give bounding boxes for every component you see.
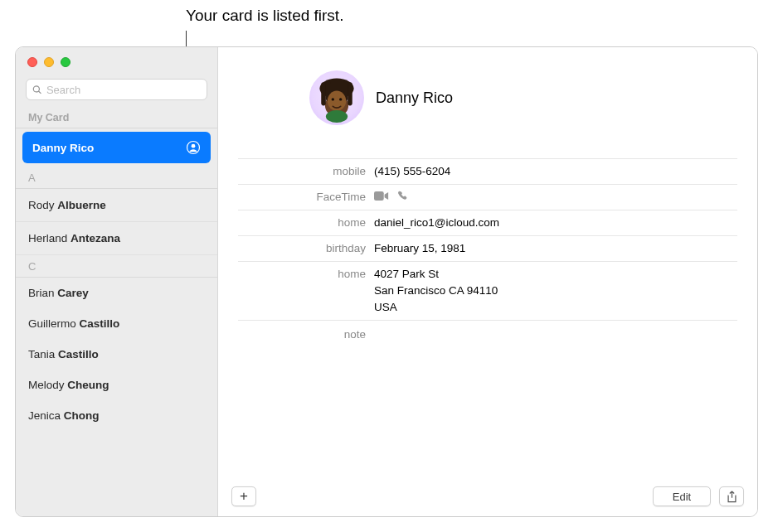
add-button[interactable]: + xyxy=(231,486,256,506)
close-button[interactable] xyxy=(27,57,37,67)
field-label: FaceTime xyxy=(238,189,374,206)
card-fields: mobile (415) 555-6204 FaceTime home dani… xyxy=(218,158,757,347)
me-card-icon xyxy=(186,140,201,155)
search-icon xyxy=(32,85,42,95)
field-value-address[interactable]: 4027 Park St San Francisco CA 94110 USA xyxy=(374,266,498,316)
contact-name: Melody Cheung xyxy=(28,379,109,391)
card-header: Danny Rico xyxy=(218,47,757,158)
field-note: note xyxy=(238,321,737,347)
card-name: Danny Rico xyxy=(376,89,453,107)
contact-name: Brian Carey xyxy=(28,287,89,299)
search-field[interactable] xyxy=(26,79,207,100)
memoji-icon xyxy=(312,73,362,123)
contact-name: Jenica Chong xyxy=(28,409,100,422)
field-value-mobile[interactable]: (415) 555-6204 xyxy=(374,163,450,180)
video-icon[interactable] xyxy=(374,191,389,201)
field-label: home xyxy=(238,266,374,283)
contact-item[interactable]: Herland Antezana xyxy=(16,222,217,255)
facetime-actions xyxy=(374,189,408,201)
svg-rect-12 xyxy=(374,191,384,201)
my-card-item[interactable]: Danny Rico xyxy=(22,132,211,163)
contact-item[interactable]: Melody Cheung xyxy=(16,370,217,400)
callout-text: Your card is listed first. xyxy=(186,7,343,25)
svg-rect-4 xyxy=(321,82,326,105)
contact-item[interactable]: Rody Albuerne xyxy=(16,189,217,222)
contact-detail-pane: Danny Rico mobile (415) 555-6204 FaceTim… xyxy=(218,47,757,516)
svg-point-9 xyxy=(332,98,334,100)
field-label: home xyxy=(238,215,374,231)
contacts-window: My Card Danny Rico A Rody Albuerne Herla… xyxy=(15,46,758,517)
section-header-c: C xyxy=(16,255,217,278)
search-input[interactable] xyxy=(46,84,201,96)
field-label: birthday xyxy=(238,240,374,257)
sidebar: My Card Danny Rico A Rody Albuerne Herla… xyxy=(16,47,218,516)
contact-item[interactable]: Jenica Chong xyxy=(16,400,217,431)
avatar[interactable] xyxy=(309,70,364,125)
field-value-birthday: February 15, 1981 xyxy=(374,240,465,257)
field-facetime: FaceTime xyxy=(238,184,737,210)
field-value-email[interactable]: daniel_rico1@icloud.com xyxy=(374,215,499,231)
svg-point-11 xyxy=(326,110,348,123)
window-controls xyxy=(16,47,217,67)
field-address: home 4027 Park St San Francisco CA 94110… xyxy=(238,261,737,321)
contact-name: Guillermo Castillo xyxy=(28,317,119,330)
contact-item[interactable]: Tania Castillo xyxy=(16,339,217,370)
minimize-button[interactable] xyxy=(44,57,54,67)
contact-item[interactable]: Brian Carey xyxy=(16,278,217,308)
share-icon xyxy=(727,491,737,503)
contact-name: Herland Antezana xyxy=(28,232,120,244)
my-card-name: Danny Rico xyxy=(32,142,94,154)
fullscreen-button[interactable] xyxy=(61,57,70,67)
field-label: mobile xyxy=(238,163,374,180)
svg-point-10 xyxy=(339,98,342,100)
field-label: note xyxy=(238,326,374,343)
contact-name: Tania Castillo xyxy=(28,348,99,360)
svg-point-1 xyxy=(192,144,196,148)
share-button[interactable] xyxy=(719,486,744,506)
phone-icon[interactable] xyxy=(397,191,408,201)
section-header-a: A xyxy=(16,167,217,189)
search-container xyxy=(16,67,217,107)
my-card-header: My Card xyxy=(16,107,217,128)
edit-button[interactable]: Edit xyxy=(653,486,711,506)
svg-rect-5 xyxy=(348,82,352,105)
detail-toolbar: + Edit xyxy=(218,476,757,516)
contact-name: Rody Albuerne xyxy=(28,199,106,211)
field-mobile: mobile (415) 555-6204 xyxy=(238,158,737,184)
field-email: home daniel_rico1@icloud.com xyxy=(238,210,737,235)
contact-item[interactable]: Guillermo Castillo xyxy=(16,308,217,339)
field-birthday: birthday February 15, 1981 xyxy=(238,235,737,261)
